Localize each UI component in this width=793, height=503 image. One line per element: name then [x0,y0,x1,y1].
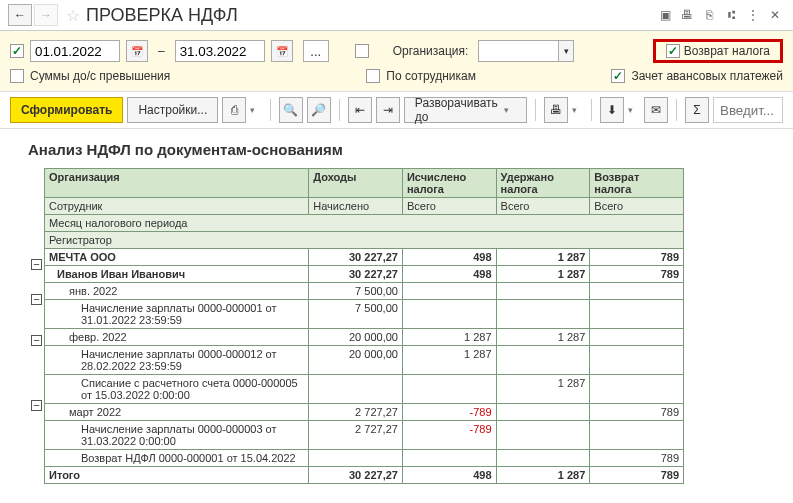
total-c1: 30 227,27 [309,467,403,484]
cell-calc: -789 [402,421,496,450]
titlebar: ← → ☆ ПРОВЕРКА НДФЛ ▣ 🖶 ⎘ ⑆ ⋮ ✕ [0,0,793,31]
report-table: Организация Доходы Исчислено налога Удер… [44,168,684,484]
cell-return: 789 [590,450,684,467]
cell-held [496,404,590,421]
return-tax-checkbox[interactable] [666,44,680,58]
th-reg: Регистратор [45,232,684,249]
th-org: Организация [45,169,309,198]
th-t1: Всего [402,198,496,215]
filter-icon[interactable]: 🔎 [307,97,331,123]
advance-checkbox[interactable] [611,69,625,83]
th-return: Возврат налога [590,169,684,198]
find-input[interactable] [713,97,783,123]
more-vert-icon[interactable]: ⋮ [743,5,763,25]
cell-income: 30 227,27 [309,266,403,283]
total-label: Итого [45,467,309,484]
expand-box[interactable]: − [31,294,42,305]
cell-calc [402,375,496,404]
cell-calc: 1 287 [402,329,496,346]
search-icon[interactable]: 🔍 [279,97,303,123]
total-c4: 789 [590,467,684,484]
close-icon[interactable]: ✕ [765,5,785,25]
cell-held: 1 287 [496,249,590,266]
period-checkbox[interactable] [10,44,24,58]
table-row: МЕЧТА ООО30 227,274981 287789 [45,249,684,266]
cell-income [309,375,403,404]
filter-panel: 📅 – 📅 ... Организация: ▾ Возврат налога … [0,31,793,92]
expand-box[interactable]: − [31,259,42,270]
calendar-to-icon[interactable]: 📅 [271,40,293,62]
calendar-from-icon[interactable]: 📅 [126,40,148,62]
by-emp-checkbox[interactable] [366,69,380,83]
cell-name: Списание с расчетного счета 0000-000005 … [45,375,309,404]
dropdown-icon[interactable]: ▾ [558,40,574,62]
print-icon[interactable]: 🖶 [677,5,697,25]
report-title: Анализ НДФЛ по документам-основаниям [28,141,777,158]
table-row: Списание с расчетного счета 0000-000005 … [45,375,684,404]
org-dropdown[interactable]: ▾ [478,40,574,62]
print-dd-icon[interactable]: ▾ [572,105,584,115]
expand-box[interactable]: − [31,400,42,411]
th-calc: Исчислено налога [402,169,496,198]
settings-button[interactable]: Настройки... [127,97,218,123]
cell-return: 789 [590,404,684,421]
cell-name: Начисление зарплаты 0000-000003 от 31.03… [45,421,309,450]
table-row: февр. 202220 000,001 2871 287 [45,329,684,346]
period-more-button[interactable]: ... [303,40,329,62]
link-icon[interactable]: ⑆ [721,5,741,25]
save-icon[interactable]: ▣ [655,5,675,25]
cell-return: 789 [590,266,684,283]
cell-return [590,329,684,346]
expand-to-button[interactable]: Разворачивать до▾ [404,97,527,123]
cell-held: 1 287 [496,266,590,283]
cell-return: 789 [590,249,684,266]
org-checkbox[interactable] [355,44,369,58]
tree-column: − − − − [16,168,44,484]
sum-icon[interactable]: Σ [685,97,709,123]
th-held: Удержано налога [496,169,590,198]
cell-income: 30 227,27 [309,249,403,266]
sums-checkbox[interactable] [10,69,24,83]
settings-save-icon[interactable]: ⎙ [222,97,246,123]
save-dd-icon[interactable]: ▾ [628,105,640,115]
date-from-input[interactable] [30,40,120,62]
toolbar: Сформировать Настройки... ⎙ ▾ 🔍 🔎 ⇤ ⇥ Ра… [0,92,793,129]
table-row: Начисление зарплаты 0000-000012 от 28.02… [45,346,684,375]
cell-held: 1 287 [496,375,590,404]
save-as-icon[interactable]: ⬇ [600,97,624,123]
print-button-icon[interactable]: 🖶 [544,97,568,123]
expand-icon[interactable]: ⇥ [376,97,400,123]
collapse-icon[interactable]: ⇤ [348,97,372,123]
settings-dd-icon[interactable]: ▾ [250,105,262,115]
cell-name: Начисление зарплаты 0000-000001 от 31.01… [45,300,309,329]
report-area: Анализ НДФЛ по документам-основаниям − −… [0,129,793,492]
export-icon[interactable]: ⎘ [699,5,719,25]
date-to-input[interactable] [175,40,265,62]
th-t2: Всего [496,198,590,215]
total-c3: 1 287 [496,467,590,484]
cell-return [590,375,684,404]
cell-income: 7 500,00 [309,283,403,300]
org-input[interactable] [478,40,558,62]
by-emp-label: По сотрудникам [386,69,476,83]
th-emp: Сотрудник [45,198,309,215]
cell-calc: -789 [402,404,496,421]
cell-return [590,300,684,329]
back-button[interactable]: ← [8,4,32,26]
cell-calc: 498 [402,249,496,266]
forward-button[interactable]: → [34,4,58,26]
th-month: Месяц налогового периода [45,215,684,232]
cell-held [496,450,590,467]
expand-box[interactable]: − [31,335,42,346]
th-accr: Начислено [309,198,403,215]
favorite-icon[interactable]: ☆ [66,6,80,25]
table-row: Возврат НДФЛ 0000-000001 от 15.04.202278… [45,450,684,467]
cell-name: Возврат НДФЛ 0000-000001 от 15.04.2022 [45,450,309,467]
form-button[interactable]: Сформировать [10,97,123,123]
cell-name: февр. 2022 [45,329,309,346]
cell-held [496,346,590,375]
cell-income: 2 727,27 [309,404,403,421]
table-row: Начисление зарплаты 0000-000003 от 31.03… [45,421,684,450]
mail-icon[interactable]: ✉ [644,97,668,123]
return-tax-label: Возврат налога [684,44,770,58]
